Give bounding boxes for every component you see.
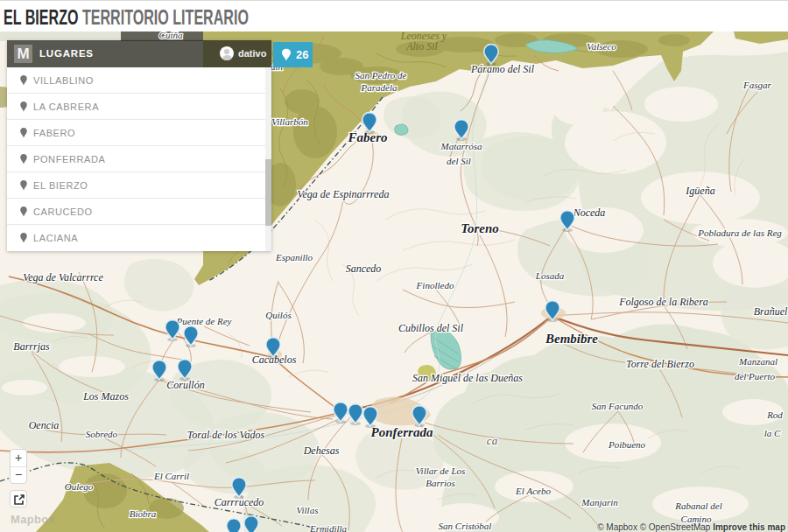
svg-text:Quilós: Quilós bbox=[265, 310, 291, 320]
svg-text:Paradela: Paradela bbox=[361, 82, 398, 93]
svg-text:del Puerto: del Puerto bbox=[735, 371, 776, 382]
svg-text:Cubillos del Sil: Cubillos del Sil bbox=[398, 322, 464, 334]
svg-text:Corullón: Corullón bbox=[166, 379, 204, 391]
svg-text:Rabanal del: Rabanal del bbox=[674, 500, 721, 511]
svg-text:San Miguel de las Dueñas: San Miguel de las Dueñas bbox=[412, 372, 523, 384]
svg-text:Toreno: Toreno bbox=[461, 221, 499, 235]
svg-text:San Facundo: San Facundo bbox=[592, 401, 644, 411]
svg-text:Vega de Valcarrrce: Vega de Valcarrrce bbox=[23, 271, 103, 284]
svg-text:Torre del Bierzo: Torre del Bierzo bbox=[626, 358, 694, 370]
svg-text:Villar de Los: Villar de Los bbox=[416, 466, 466, 476]
svg-text:Oencia: Oencia bbox=[29, 419, 60, 431]
svg-text:Brañuel: Brañuel bbox=[754, 305, 788, 318]
svg-text:San Cristóbal: San Cristóbal bbox=[439, 521, 492, 531]
svg-text:Noceda: Noceda bbox=[573, 206, 606, 219]
svg-text:Cuiña: Cuiña bbox=[159, 32, 183, 40]
svg-text:la C: la C bbox=[764, 428, 781, 438]
svg-text:Espanillo: Espanillo bbox=[275, 252, 313, 262]
svg-text:del Sil: del Sil bbox=[447, 156, 471, 166]
svg-text:Bembibre: Bembibre bbox=[545, 332, 598, 346]
svg-text:Barrios: Barrios bbox=[426, 478, 455, 488]
svg-text:El Acebo: El Acebo bbox=[515, 486, 551, 496]
svg-text:El Carril: El Carril bbox=[153, 471, 189, 481]
svg-text:Poibueno: Poibueno bbox=[608, 439, 646, 450]
svg-text:Ponferrada: Ponferrada bbox=[371, 425, 433, 439]
svg-text:Alto Sil: Alto Sil bbox=[405, 40, 438, 52]
svg-text:Villas: Villas bbox=[297, 505, 319, 515]
svg-text:Biobra: Biobra bbox=[130, 508, 157, 519]
svg-text:Losada: Losada bbox=[535, 270, 565, 281]
svg-text:Igüeña: Igüeña bbox=[685, 185, 714, 197]
svg-text:Manzanal: Manzanal bbox=[738, 356, 777, 367]
svg-text:San Pedro de: San Pedro de bbox=[355, 70, 407, 80]
svg-text:Villarbón: Villarbón bbox=[271, 116, 308, 127]
svg-text:Finolledo: Finolledo bbox=[416, 280, 454, 290]
svg-text:Ermidilla: Ermidilla bbox=[309, 523, 348, 532]
svg-text:Oulego: Oulego bbox=[65, 481, 94, 492]
svg-text:Barrrjas: Barrrjas bbox=[13, 340, 50, 353]
svg-text:Manjarin: Manjarin bbox=[580, 497, 618, 508]
svg-text:Vega de Espinarrreda: Vega de Espinarrreda bbox=[298, 188, 390, 200]
svg-text:Pobladura de las Reg: Pobladura de las Reg bbox=[697, 228, 782, 238]
svg-text:Sancedo: Sancedo bbox=[346, 262, 382, 275]
svg-text:Páramo del Sil: Páramo del Sil bbox=[470, 63, 535, 75]
svg-text:ca: ca bbox=[487, 434, 498, 447]
svg-text:Folgoso de la Ribera: Folgoso de la Ribera bbox=[618, 296, 708, 308]
svg-text:Puente de Rey: Puente de Rey bbox=[176, 316, 232, 326]
svg-text:Valseco: Valseco bbox=[587, 41, 616, 52]
svg-text:Matarrósa: Matarrósa bbox=[440, 141, 482, 151]
svg-text:Dehesas: Dehesas bbox=[303, 444, 340, 457]
svg-text:Toral de los Vados: Toral de los Vados bbox=[187, 429, 265, 441]
svg-text:Los Mazos: Los Mazos bbox=[82, 390, 129, 402]
svg-text:Sobredo: Sobredo bbox=[86, 429, 118, 439]
svg-text:Fasgar: Fasgar bbox=[742, 80, 772, 90]
svg-text:Rod: Rod bbox=[766, 410, 783, 420]
